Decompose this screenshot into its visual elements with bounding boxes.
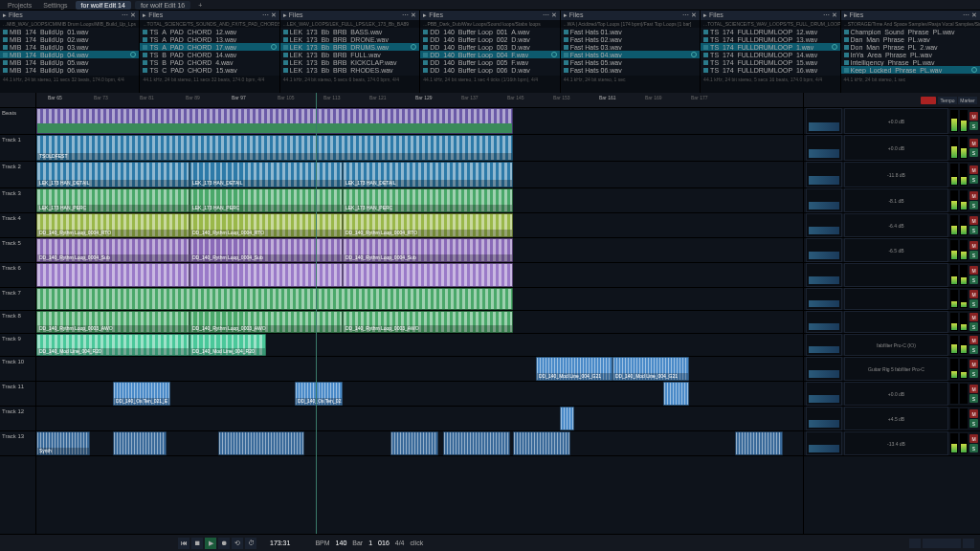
browser-waveform[interactable] <box>280 83 419 93</box>
solo-button[interactable]: S <box>969 369 978 378</box>
browser-list[interactable]: DD_140_Buffer Loop_001_A.wavDD_140_Buffe… <box>420 28 559 76</box>
track-header[interactable]: Track 1 <box>0 135 35 162</box>
file-item[interactable]: MIB_174_BuildUp_02.wav <box>0 35 139 43</box>
file-item[interactable]: LEK_173_Bb_BRB_KICKCLAP.wav <box>280 58 419 66</box>
audio-clip[interactable]: DD_140_Rythm Loop_0004_Sub <box>189 238 343 262</box>
browser-waveform[interactable] <box>841 83 980 93</box>
channel-fx-slot[interactable] <box>844 288 948 310</box>
browser-list[interactable]: MIB_174_BuildUp_01.wavMIB_174_BuildUp_02… <box>0 28 139 76</box>
file-item[interactable]: Fast Hats 02.wav <box>561 35 700 43</box>
track-row[interactable]: DD_140_Os Ten_021_EDD_140_Os Ten_021_E <box>36 382 803 407</box>
browser-waveform[interactable] <box>561 83 700 93</box>
browser-menu-icon[interactable]: ⋯ ✕ <box>122 11 136 19</box>
refresh-icon[interactable] <box>130 52 136 57</box>
mute-button[interactable]: M <box>969 191 978 200</box>
mute-button[interactable]: M <box>969 241 978 250</box>
refresh-icon[interactable] <box>691 52 697 57</box>
track-header[interactable]: Beats <box>0 108 35 135</box>
channel-scope[interactable] <box>806 108 842 134</box>
solo-button[interactable]: S <box>969 226 978 234</box>
mute-button[interactable]: M <box>969 165 978 174</box>
channel-scope[interactable] <box>806 135 842 161</box>
file-item[interactable]: LEK_173_Bb_BRB_BASS.wav <box>280 28 419 35</box>
audio-clip[interactable]: DD_140_Rythm Loop_0003_AWO <box>189 311 343 333</box>
mute-button[interactable]: M <box>969 434 978 443</box>
browser-path[interactable]: ...WA | Acidized/Top Loops [174 bpm]/Fas… <box>561 20 700 28</box>
mute-button[interactable]: M <box>969 360 978 368</box>
file-item[interactable]: InYa_Area_Phrase_PL.wav <box>841 51 980 58</box>
track-header[interactable]: Track 6 <box>0 263 35 288</box>
browser-waveform[interactable] <box>140 83 278 93</box>
refresh-icon[interactable] <box>551 52 557 57</box>
file-item[interactable]: Don_Man_Phrase_PL_2.wav <box>841 43 980 51</box>
audio-clip[interactable]: Synth <box>36 431 90 455</box>
file-item[interactable]: MIB_174_BuildUp_04.wav <box>0 51 139 58</box>
mute-button[interactable]: M <box>969 139 978 147</box>
track-header[interactable]: Track 12 <box>0 407 35 431</box>
audio-clip[interactable]: DD_140_Rythm Loop_0003_AWO <box>36 311 189 333</box>
audio-clip[interactable]: LEK_173 HAN_DETAIL <box>343 162 513 187</box>
audio-clip[interactable] <box>36 108 513 134</box>
refresh-icon[interactable] <box>271 44 277 50</box>
mute-button[interactable]: M <box>969 313 978 321</box>
audio-clip[interactable]: LEK_173 HAN_DETAIL <box>189 162 343 187</box>
audio-clip[interactable]: DD_140_Rythm Loop_0004_Sub <box>343 238 513 262</box>
channel-scope[interactable] <box>806 407 842 430</box>
solo-button[interactable]: S <box>969 148 978 157</box>
track-row[interactable]: DD_140_Mod Line_004_G21DD_140_Mod Line_0… <box>36 357 803 382</box>
audio-clip[interactable]: DD_140_Mod Line_004_G21 <box>536 357 612 381</box>
channel-scope[interactable] <box>806 162 842 187</box>
audio-clip[interactable]: LEK_173 HAN_PERC <box>189 188 343 212</box>
file-item[interactable]: DD_140_Buffer Loop_004_F.wav <box>420 51 559 58</box>
channel-fx-slot[interactable]: +0.0 dB <box>844 382 948 406</box>
refresh-icon[interactable] <box>832 44 837 50</box>
browser-menu-icon[interactable]: ⋯ ✕ <box>543 11 557 19</box>
browser-list[interactable]: TS_174_FULLDRUMLOOP_12.wavTS_174_FULLDRU… <box>701 28 839 76</box>
audio-clip[interactable]: DD_140_Mod Line_004_G21 <box>612 357 689 381</box>
browser-waveform[interactable] <box>0 83 139 93</box>
solo-button[interactable]: S <box>969 251 978 259</box>
file-item[interactable]: TS_C_PAD_CHORD_15.wav <box>140 66 278 74</box>
audio-clip[interactable] <box>343 263 513 287</box>
track-header[interactable]: Track 4 <box>0 213 35 238</box>
track-header[interactable]: Track 5 <box>0 238 35 263</box>
solo-button[interactable]: S <box>969 175 978 184</box>
audio-clip[interactable] <box>390 431 438 455</box>
audio-clip[interactable]: DD_140_Mod Line_004_R20 <box>36 334 189 356</box>
channel-fx-slot[interactable]: +0.0 dB <box>844 108 948 134</box>
channel-fx-slot[interactable]: +4.5 dB <box>844 407 948 430</box>
zoom-in-button[interactable] <box>963 539 974 548</box>
file-item[interactable]: TS_174_FULLDRUMLOOP_13.wav <box>701 35 839 43</box>
file-item[interactable]: Intelligency_Phrase_PL.wav <box>841 58 980 66</box>
audio-clip[interactable] <box>735 431 783 455</box>
file-item[interactable]: TS_A_PAD_CHORD_17.wav <box>140 43 278 51</box>
file-item[interactable]: Fast Hats 04.wav <box>561 51 700 58</box>
browser-path[interactable]: ...TOTAL_SCIENCE/TS_SOUNDS_AND_FX/TS_PAD… <box>140 20 278 28</box>
channel-fx-slot[interactable]: -6.4 dB <box>844 213 948 237</box>
channel-fx-slot[interactable]: -6.5 dB <box>844 238 948 262</box>
record-arm-button[interactable]: ⏺ <box>218 538 230 549</box>
browser-path[interactable]: ...TOTAL_SCIENCE/TS_WAV_LOOPS/TS_FULL_DR… <box>701 20 839 28</box>
refresh-icon[interactable] <box>971 67 977 73</box>
audio-clip[interactable]: DD_140_Rythm Loop_0004_RTO <box>36 213 189 237</box>
solo-button[interactable]: S <box>969 276 978 284</box>
file-item[interactable]: TS_174_FULLDRUMLOOP_15.wav <box>701 58 839 66</box>
audio-clip[interactable] <box>218 431 304 455</box>
marker-button[interactable]: Marker <box>958 97 977 104</box>
browser-path[interactable]: ...LEK_WAV_LOOPS/LEK_FULL_LPS/LEK_173_Bb… <box>280 20 419 28</box>
track-header[interactable]: Track 7 <box>0 288 35 311</box>
channel-fx-slot[interactable]: fabfilter Pro-C (IO) <box>844 334 948 356</box>
solo-button[interactable]: S <box>969 299 978 308</box>
audio-clip[interactable] <box>36 288 513 310</box>
file-item[interactable]: DD_140_Buffer Loop_005_F.wav <box>420 58 559 66</box>
track-row[interactable] <box>36 108 803 135</box>
metronome-button[interactable]: ⏱ <box>245 538 256 549</box>
browser-waveform[interactable] <box>701 83 839 93</box>
file-item[interactable]: MIB_174_BuildUp_06.wav <box>0 66 139 74</box>
file-item[interactable]: MIB_174_BuildUp_01.wav <box>0 28 139 35</box>
file-item[interactable]: MIB_174_BuildUp_03.wav <box>0 43 139 51</box>
audio-clip[interactable]: DD_140_Rythm Loop_0004_Sub <box>36 238 189 262</box>
audio-clip[interactable] <box>113 431 167 455</box>
file-item[interactable]: MIB_174_BuildUp_05.wav <box>0 58 139 66</box>
file-item[interactable]: DD_140_Buffer Loop_003_D.wav <box>420 43 559 51</box>
